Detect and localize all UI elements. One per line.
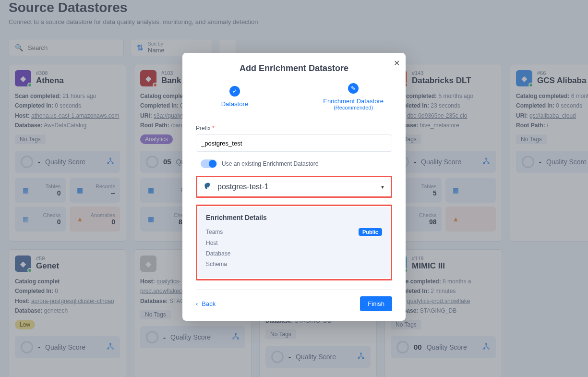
- step-enrichment-label: Enrichment Datastore: [323, 97, 384, 105]
- finish-button[interactable]: Finish: [360, 296, 392, 311]
- public-badge: Public: [359, 228, 382, 236]
- detail-teams-label: Teams: [206, 229, 223, 235]
- step-datastore-label: Datastore: [221, 100, 248, 108]
- add-enrichment-modal: ✕ Add Enrichment Datastore ✓ Datastore ✎…: [182, 53, 406, 321]
- enrichment-select[interactable]: postgres-test-1 ▼: [198, 178, 390, 195]
- detail-host-label: Host: [206, 240, 218, 246]
- back-button[interactable]: ‹ Back: [196, 300, 216, 307]
- prefix-input[interactable]: [196, 134, 392, 152]
- chevron-left-icon: ‹: [196, 300, 198, 307]
- use-existing-toggle[interactable]: [201, 159, 217, 168]
- step-enrichment-sub: (Recommended): [334, 105, 373, 110]
- close-icon[interactable]: ✕: [394, 59, 400, 68]
- prefix-label: Prefix: [196, 125, 211, 132]
- step-enrichment-icon: ✎: [348, 83, 359, 94]
- detail-schema-label: Schema: [206, 261, 227, 268]
- enrichment-details-title: Enrichment Details: [206, 214, 382, 221]
- postgres-icon: [203, 182, 213, 192]
- modal-title: Add Enrichment Datastore: [196, 63, 392, 73]
- use-existing-label: Use an existing Enrichment Datastore: [222, 160, 318, 167]
- detail-database-label: Database: [206, 250, 230, 257]
- chevron-down-icon: ▼: [380, 184, 385, 190]
- enrichment-select-value: postgres-test-1: [217, 182, 269, 191]
- step-datastore-icon: ✓: [229, 86, 240, 97]
